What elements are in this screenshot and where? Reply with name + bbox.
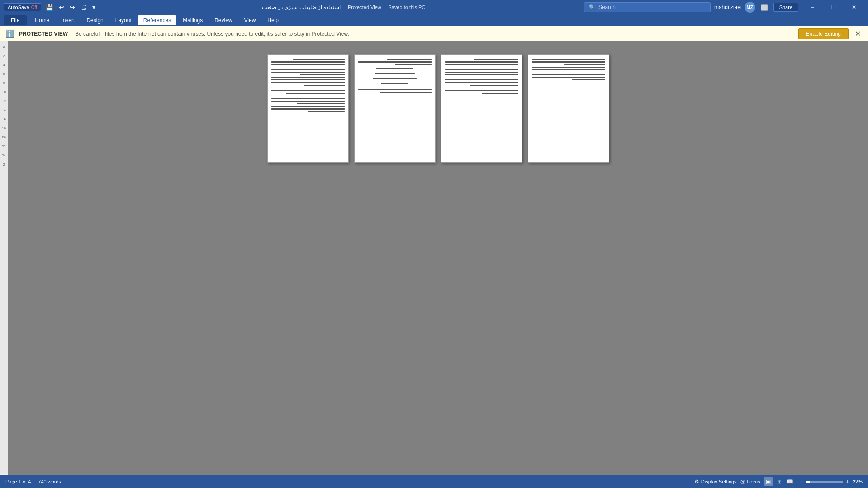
line <box>271 92 345 93</box>
pages-container <box>258 54 618 163</box>
line <box>300 74 344 75</box>
line <box>375 73 415 74</box>
line <box>271 81 345 81</box>
line <box>387 59 431 60</box>
line <box>564 64 605 65</box>
left-ruler: 2 2 4 6 8 10 12 14 16 18 20 22 24 2 <box>0 41 8 474</box>
minimize-button[interactable]: − <box>802 0 823 14</box>
line <box>572 79 605 80</box>
lruler-10: 10 <box>2 88 6 97</box>
lruler-24: 24 <box>2 151 6 160</box>
close-protected-bar-button[interactable]: ✕ <box>853 28 863 40</box>
web-layout-icon[interactable]: ⊞ <box>775 477 784 486</box>
line <box>445 71 518 71</box>
line <box>532 67 605 68</box>
title-sep2: - <box>384 5 386 10</box>
line <box>358 88 432 89</box>
lruler-18: 18 <box>2 124 6 133</box>
line <box>358 89 432 90</box>
status-left: Page 1 of 4 740 words <box>5 479 61 484</box>
print-icon[interactable]: 🖨 <box>79 2 89 13</box>
share-label: Share <box>779 5 792 10</box>
line <box>445 84 518 85</box>
page-2-content <box>355 55 435 103</box>
undo-icon[interactable]: ↩ <box>57 2 66 13</box>
line <box>380 92 431 93</box>
search-input[interactable] <box>598 4 706 10</box>
display-settings-icon: ⚙ <box>694 479 699 485</box>
line <box>445 82 518 83</box>
tab-review[interactable]: Review <box>209 15 237 25</box>
page-1 <box>267 54 349 163</box>
line <box>460 66 518 66</box>
read-mode-icon[interactable]: 📖 <box>786 477 795 486</box>
tab-mailings[interactable]: Mailings <box>177 15 208 25</box>
line <box>380 76 409 77</box>
lruler-2: 2 <box>3 43 5 52</box>
doc-title: استفاده از ضایعات سبزی در صنعت <box>262 4 341 10</box>
focus-button[interactable]: ◎ Focus <box>740 479 760 485</box>
autosave-toggle[interactable]: AutoSave Off <box>4 3 41 11</box>
tab-references[interactable]: References <box>138 15 176 25</box>
search-box[interactable]: 🔍 <box>584 2 711 12</box>
line <box>271 98 345 99</box>
display-settings-button[interactable]: ⚙ Display Settings <box>694 479 737 485</box>
autosave-label: AutoSave <box>8 5 29 10</box>
tab-file[interactable]: File <box>4 15 27 25</box>
lruler-12: 12 <box>2 97 6 106</box>
share-button[interactable]: Share <box>773 3 798 12</box>
line <box>271 69 345 70</box>
protected-view-bar: ℹ️ PROTECTED VIEW Be careful—files from … <box>0 26 868 42</box>
zoom-slider[interactable] <box>806 481 843 483</box>
line <box>381 83 409 84</box>
lruler-20: 20 <box>2 133 6 142</box>
line <box>470 85 518 86</box>
line <box>376 97 413 98</box>
restore-button[interactable]: ❐ <box>823 0 844 14</box>
line <box>478 76 518 76</box>
line <box>445 61 518 62</box>
switch-account-icon[interactable]: ⬜ <box>759 2 770 13</box>
line <box>271 62 345 63</box>
line <box>378 81 411 82</box>
protected-label: PROTECTED VIEW <box>19 31 68 37</box>
title-bar-right: mahdi ziaei MZ ⬜ Share − ❐ ✕ <box>714 0 864 14</box>
enable-editing-button[interactable]: Enable Editing <box>798 28 849 39</box>
lruler-4: 4 <box>3 61 5 70</box>
zoom-in-button[interactable]: + <box>844 478 851 485</box>
line <box>445 72 518 73</box>
line <box>445 90 518 91</box>
tab-insert[interactable]: Insert <box>56 15 80 25</box>
focus-icon: ◎ <box>740 479 745 485</box>
zoom-area: − + 22% <box>798 478 863 485</box>
line <box>358 62 432 63</box>
tab-view[interactable]: View <box>239 15 261 25</box>
zoom-out-button[interactable]: − <box>798 478 805 485</box>
user-avatar: MZ <box>745 2 755 13</box>
redo-icon[interactable]: ↪ <box>68 2 77 13</box>
tab-home[interactable]: Home <box>29 15 55 25</box>
customize-icon[interactable]: ▾ <box>90 2 97 13</box>
title-bar: AutoSave Off 💾 ↩ ↪ 🖨 ▾ استفاده از ضایعات… <box>0 0 868 14</box>
page-4 <box>528 54 609 163</box>
tab-design[interactable]: Design <box>81 15 109 25</box>
tab-help[interactable]: Help <box>262 15 284 25</box>
save-icon[interactable]: 💾 <box>44 2 55 13</box>
print-layout-icon[interactable]: ▣ <box>764 477 773 486</box>
line <box>532 59 605 60</box>
line <box>358 91 432 92</box>
line <box>271 71 345 71</box>
line <box>271 101 345 102</box>
line <box>532 62 605 63</box>
autosave-state: Off <box>31 5 37 10</box>
line <box>282 66 345 66</box>
lruler-22: 22 <box>2 142 6 151</box>
close-button[interactable]: ✕ <box>844 0 864 14</box>
line <box>286 93 345 94</box>
tab-layout[interactable]: Layout <box>110 15 137 25</box>
line <box>271 64 345 65</box>
line <box>271 72 345 73</box>
line <box>271 106 345 107</box>
line <box>445 74 518 75</box>
line <box>271 84 345 85</box>
